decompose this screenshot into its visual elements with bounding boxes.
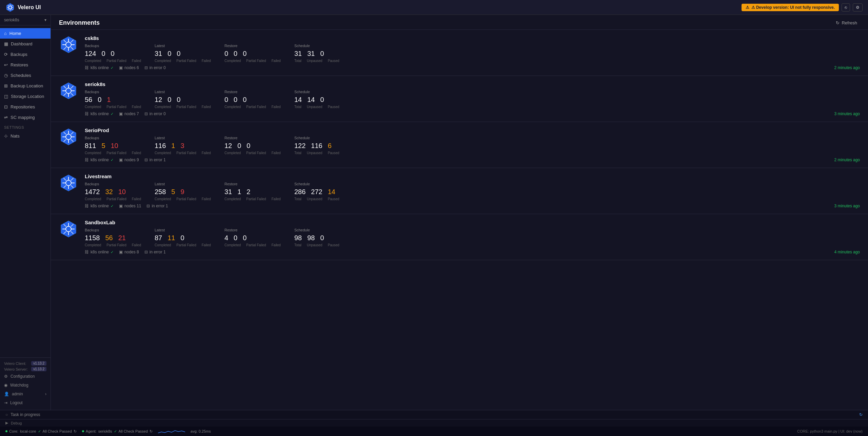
schedule-title: Schedule — [294, 90, 339, 94]
error-icon: ⊟ — [146, 204, 150, 208]
schedule-unpaused-label: Unpaused — [307, 197, 322, 201]
latest-numbers: 87 11 0 — [155, 234, 211, 242]
sidebar-item-storage-location[interactable]: ◫ Storage Location — [0, 91, 51, 102]
backups-numbers: 1158 56 21 — [85, 234, 141, 242]
sidebar-item-backups[interactable]: ⟳ Backups — [0, 49, 51, 60]
cluster-selector[interactable]: seriok8s ▾ — [0, 15, 51, 25]
sidebar-item-repositories[interactable]: ⊡ Repositories — [0, 102, 51, 112]
env-stats: Backups 56 0 1 Completed Partial Failed … — [85, 90, 860, 109]
latest-stat: Latest 12 0 0 Completed Partial Failed F… — [155, 90, 211, 109]
latest-completed: 258 — [155, 188, 166, 196]
backups-partial-failed-label: Partial Failed — [106, 105, 126, 109]
backups-failed: 1 — [107, 96, 111, 104]
env-card-csk8s[interactable]: csk8s Backups 124 0 0 Completed Partial … — [51, 30, 868, 76]
schedule-paused-label: Paused — [328, 59, 339, 63]
backups-failed: 10 — [118, 188, 126, 196]
restore-completed-label: Completed — [224, 105, 241, 109]
latest-stat: Latest 116 1 3 Completed Partial Failed … — [155, 136, 211, 155]
latest-failed-label: Failed — [202, 59, 211, 63]
sidebar-item-repositories-label: Repositories — [11, 104, 35, 109]
schedule-paused-label: Paused — [328, 243, 339, 247]
core-status-dot — [5, 430, 7, 432]
sidebar-item-restores[interactable]: ↩ Restores — [0, 60, 51, 70]
restore-completed-label: Completed — [224, 59, 241, 63]
env-card-sandboxlab[interactable]: SandboxLab Backups 1158 56 21 Completed … — [51, 214, 868, 260]
restore-stat: Restore 0 0 0 Completed Partial Failed F… — [224, 90, 281, 109]
admin-item[interactable]: 👤 admin › — [4, 390, 46, 398]
sidebar-item-home[interactable]: ⌂ Home — [0, 28, 51, 39]
bottom-bar: ○ Task in progress ↻ ▶ Debug Core: local… — [0, 410, 868, 436]
backups-completed: 124 — [85, 50, 96, 58]
k8s-status: ⛓ k8s online ✓ — [85, 204, 114, 208]
schedule-total: 286 — [294, 188, 305, 196]
github-button[interactable]: ⎋ — [842, 3, 850, 12]
sidebar-footer: Velero Client: v1.13.2 Velero Server: v1… — [0, 357, 51, 410]
latest-failed: 0 — [177, 96, 180, 104]
latest-title: Latest — [155, 182, 211, 186]
env-card-livestream[interactable]: Livestream Backups 1472 32 10 Completed … — [51, 168, 868, 214]
schedule-labels: Total Unpaused Paused — [294, 59, 339, 63]
sidebar-item-backup-location[interactable]: ⊞ Backup Location — [0, 81, 51, 91]
backups-failed-label: Failed — [132, 151, 141, 155]
kubernetes-logo — [59, 220, 78, 238]
latest-failed: 0 — [177, 50, 180, 58]
latest-failed-label: Failed — [202, 151, 211, 155]
restore-labels: Completed Partial Failed Failed — [224, 243, 281, 247]
schedule-unpaused-label: Unpaused — [307, 151, 322, 155]
error-count: ⊟ in error 1 — [144, 250, 166, 254]
latest-labels: Completed Partial Failed Failed — [155, 151, 211, 155]
sidebar-item-sc-mapping[interactable]: ⇌ SC mapping — [0, 112, 51, 123]
backups-partial-failed-label: Partial Failed — [106, 59, 126, 63]
schedule-title: Schedule — [294, 228, 339, 232]
restore-stat: Restore 4 0 0 Completed Partial Failed F… — [224, 228, 281, 247]
link-icon: ⛓ — [85, 111, 89, 116]
settings-icon-button[interactable]: ⚙ — [853, 3, 863, 12]
env-card-seriok8s[interactable]: seriok8s Backups 56 0 1 Completed Partia… — [51, 76, 868, 122]
sidebar-item-nats[interactable]: ⊹ Nats — [0, 131, 51, 141]
schedule-title: Schedule — [294, 136, 339, 140]
refresh-button[interactable]: ↻ Refresh — [833, 19, 860, 27]
watchdog-item[interactable]: ◉ Watchdog — [4, 381, 46, 390]
task-spinner: ↻ — [859, 412, 863, 417]
terminal-icon: ▶ — [5, 421, 8, 425]
backups-completed: 1472 — [85, 188, 100, 196]
env-row: seriok8s Backups 56 0 1 Completed Partia… — [59, 81, 860, 116]
restore-completed-label: Completed — [224, 151, 241, 155]
backups-numbers: 56 0 1 — [85, 96, 141, 104]
env-name: seriok8s — [85, 81, 860, 87]
nodes-text: nodes 7 — [124, 111, 139, 116]
nodes-icon: ▣ — [119, 111, 123, 116]
client-version-label: Velero Client: — [4, 361, 26, 366]
latest-completed-label: Completed — [155, 197, 171, 201]
nodes-icon: ▣ — [119, 65, 123, 70]
logout-item[interactable]: ⇥ Logout — [4, 398, 46, 407]
env-info: Livestream Backups 1472 32 10 Completed … — [85, 173, 860, 208]
backups-labels: Completed Partial Failed Failed — [85, 59, 141, 63]
storage-location-icon: ◫ — [4, 94, 8, 99]
restore-failed-label: Failed — [272, 59, 281, 63]
sidebar-item-dashboard[interactable]: ▦ Dashboard — [0, 39, 51, 49]
latest-failed-label: Failed — [202, 197, 211, 201]
k8s-check-icon: ✓ — [111, 204, 114, 208]
error-text: in error 1 — [150, 158, 166, 162]
env-card-serioprod[interactable]: SerioProd Backups 811 5 10 Completed Par… — [51, 122, 868, 168]
configuration-item[interactable]: ⚙ Configuration — [4, 372, 46, 381]
sidebar-item-nats-label: Nats — [11, 133, 20, 139]
backups-completed-label: Completed — [85, 197, 101, 201]
latest-failed-label: Failed — [202, 105, 211, 109]
sidebar-item-schedules[interactable]: ◷ Schedules — [0, 70, 51, 81]
latest-partial-failed: 5 — [171, 188, 175, 196]
backups-completed: 1158 — [85, 234, 100, 242]
nodes-icon: ▣ — [119, 204, 123, 208]
env-meta: ⛓ k8s online ✓ ▣ nodes 8 ⊟ in error 1 4 … — [85, 250, 860, 254]
restore-labels: Completed Partial Failed Failed — [224, 151, 281, 155]
k8s-check-icon: ✓ — [111, 66, 114, 70]
latest-partial-failed-label: Partial Failed — [176, 197, 196, 201]
restore-stat: Restore 31 1 2 Completed Partial Failed … — [224, 182, 281, 201]
task-label: Task in progress — [11, 412, 40, 417]
restore-completed: 31 — [224, 188, 232, 196]
nodes-icon: ▣ — [119, 158, 123, 162]
latest-partial-failed: 1 — [171, 142, 175, 150]
latest-partial-failed-label: Partial Failed — [176, 59, 196, 63]
kubernetes-logo — [59, 173, 78, 192]
